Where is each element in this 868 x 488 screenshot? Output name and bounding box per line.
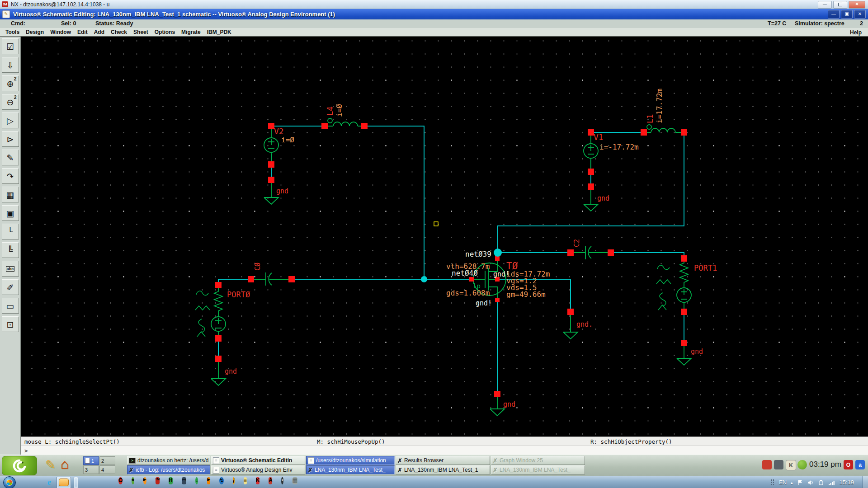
property-icon[interactable]: ▦	[2, 187, 19, 202]
nx-minimize-button[interactable]: —	[818, 1, 832, 9]
menu-options[interactable]: Options	[155, 29, 175, 35]
menu-ibm-pdk[interactable]: IBM_PDK	[207, 29, 231, 35]
zoom-in-icon[interactable]: ⊕2	[2, 75, 19, 91]
klipper-tray-icon[interactable]: K	[786, 460, 796, 470]
port1-symbol[interactable]	[656, 258, 691, 312]
zoom-out-icon[interactable]: ⊖2	[2, 94, 19, 110]
nx-maximize-button[interactable]	[833, 1, 847, 9]
gnd-symbols[interactable]	[211, 180, 691, 416]
stretch-icon[interactable]: ▷	[2, 113, 19, 128]
task-ade[interactable]: ≡Virtuoso® Analog Design Env	[211, 465, 305, 474]
schematic[interactable]: V2 i=Ø L4 i=Ø CØ PORTØ gnd gnd V1 i=-17.…	[21, 37, 868, 436]
nx-client-icon[interactable]: !M	[156, 477, 160, 484]
blue-a-tray-icon[interactable]: a	[855, 460, 865, 469]
menu-edit[interactable]: Edit	[77, 29, 88, 35]
select-mode-icon[interactable]: ☑	[2, 38, 19, 54]
suse-updater-tray-icon[interactable]	[797, 460, 807, 469]
windows-clock[interactable]: 15:19	[839, 479, 854, 486]
virtuoso-titlebar[interactable]: ✎ Virtuoso® Schematic Editing: LNA_130nm…	[0, 9, 868, 19]
workspace-4[interactable]: 4	[99, 465, 115, 474]
save-icon[interactable]: ⇩	[2, 57, 19, 73]
show-desktop-button[interactable]	[863, 476, 868, 488]
label-icon[interactable]: abc	[2, 261, 19, 277]
menu-migrate[interactable]: Migrate	[181, 29, 201, 35]
solder-dot-net039[interactable]	[494, 249, 502, 257]
download-manager-icon[interactable]: ↓	[195, 477, 198, 484]
selected-pins[interactable]	[215, 123, 687, 397]
firefox-button[interactable]	[74, 477, 78, 488]
print-tray-icon[interactable]	[774, 460, 783, 469]
gray-app-icon[interactable]: ▦	[292, 477, 297, 484]
menu-window[interactable]: Window	[50, 29, 71, 35]
task-lna-test-2[interactable]: ✗LNA_130nm_IBM LNA_Test_1	[396, 465, 490, 474]
task-lna-test-3[interactable]: ✗LNA_130nm_IBM LNA_Test_	[491, 465, 585, 474]
beagle-tray-icon[interactable]	[762, 460, 772, 469]
opera-icon[interactable]: O	[118, 477, 123, 484]
language-indicator[interactable]: EN	[779, 479, 787, 486]
info-app-icon[interactable]: i	[233, 477, 235, 484]
task-simulation-dir[interactable]: ≡/users/dtzounakos/simulation	[306, 456, 395, 465]
suse-menu-button[interactable]	[2, 456, 37, 475]
instance-icon[interactable]: ▣	[2, 205, 19, 221]
h-app-icon[interactable]: H	[169, 477, 173, 484]
remote-session-icon[interactable]	[818, 479, 824, 486]
command-prompt-bar[interactable]: >	[21, 446, 868, 455]
network-signal-icon[interactable]	[828, 479, 835, 486]
nx-close-button[interactable]: ✕	[849, 1, 865, 9]
k-app-icon[interactable]: K	[256, 477, 260, 484]
volume-icon[interactable]	[807, 479, 814, 486]
menu-tools[interactable]: Tools	[5, 29, 19, 35]
rotate-icon[interactable]: ↷	[2, 168, 19, 184]
menu-add[interactable]: Add	[94, 29, 104, 35]
lightning-app-icon[interactable]: ↯	[219, 477, 224, 484]
start-button[interactable]	[3, 476, 16, 488]
internet-explorer-icon[interactable]: e	[43, 478, 55, 488]
wide-wire-icon[interactable]: ╚	[2, 242, 19, 258]
menu-sheet[interactable]: Sheet	[133, 29, 148, 35]
red-o-tray-icon[interactable]: O	[844, 460, 853, 469]
wire-icon[interactable]: └	[2, 224, 19, 239]
hidden-icons-button[interactable]: ▴	[791, 480, 793, 485]
tray-grip[interactable]	[771, 479, 775, 486]
acrobat-icon[interactable]: A	[269, 477, 272, 484]
virtuoso-close-button[interactable]: ✕	[854, 10, 866, 19]
suse-clock[interactable]: 03:19 pm	[809, 460, 841, 469]
copy-icon[interactable]: ⊳	[2, 131, 19, 147]
task-icfb-log[interactable]: ✗icfb - Log: /users/dtzounakos	[127, 465, 210, 474]
inductor-l1[interactable]	[644, 125, 684, 132]
task-schematic-editor[interactable]: ≡Virtuoso® Schematic Editin	[211, 456, 305, 465]
capacitor-c0[interactable]	[251, 272, 292, 286]
capacitor-c2[interactable]	[571, 246, 611, 259]
marker-icon[interactable]: ✐	[2, 279, 19, 295]
port0-symbol[interactable]	[195, 285, 226, 338]
virtuoso-minimize-button[interactable]: —	[828, 10, 840, 19]
notes-launcher-icon[interactable]: ✎	[45, 458, 56, 472]
notes-app-icon[interactable]: ≡	[244, 477, 247, 484]
solder-dot-gate[interactable]	[421, 276, 427, 282]
workspace-3[interactable]: 3	[83, 465, 99, 474]
menu-design[interactable]: Design	[26, 29, 44, 35]
nx-titlebar[interactable]: !M NX - dtzounakos@147.102.14.4:1038 - u…	[0, 0, 868, 9]
task-results-browser[interactable]: ✗Results Browser	[396, 456, 490, 465]
task-terminal[interactable]: >dtzounakos on hertz: /users/d	[127, 456, 210, 465]
computer-icon[interactable]: ▭	[182, 477, 186, 484]
virtuoso-restore-button[interactable]: ▣	[841, 10, 853, 19]
sheet-icon[interactable]: ▭	[2, 298, 19, 314]
dark-app-icon[interactable]: •	[281, 477, 283, 484]
home-launcher-icon[interactable]: ⌂	[61, 456, 69, 472]
player-icon[interactable]: ▶	[207, 477, 210, 484]
menu-check[interactable]: Check	[111, 29, 127, 35]
workspace-1[interactable]: 1	[83, 456, 99, 465]
workspace-2[interactable]: 2	[99, 456, 115, 465]
zoom-fit-icon[interactable]: ⊡	[2, 316, 19, 332]
menu-help[interactable]: Help	[850, 29, 862, 36]
task-lna-test-1[interactable]: ✗LNA_130nm_IBM LNA_Test_	[306, 465, 395, 474]
media-player-icon[interactable]: ▶	[143, 477, 146, 484]
selected-wires[interactable]	[218, 126, 684, 394]
action-center-flag-icon[interactable]	[797, 479, 803, 486]
inductor-l4[interactable]	[325, 118, 364, 126]
wire-probe-icon[interactable]: ✎	[2, 150, 19, 165]
schematic-canvas[interactable]: V2 i=Ø L4 i=Ø CØ PORTØ gnd gnd V1 i=-17.…	[21, 37, 868, 436]
messenger-icon[interactable]: *	[132, 477, 134, 484]
task-graph-window[interactable]: ✗Graph Window 25	[491, 456, 585, 465]
